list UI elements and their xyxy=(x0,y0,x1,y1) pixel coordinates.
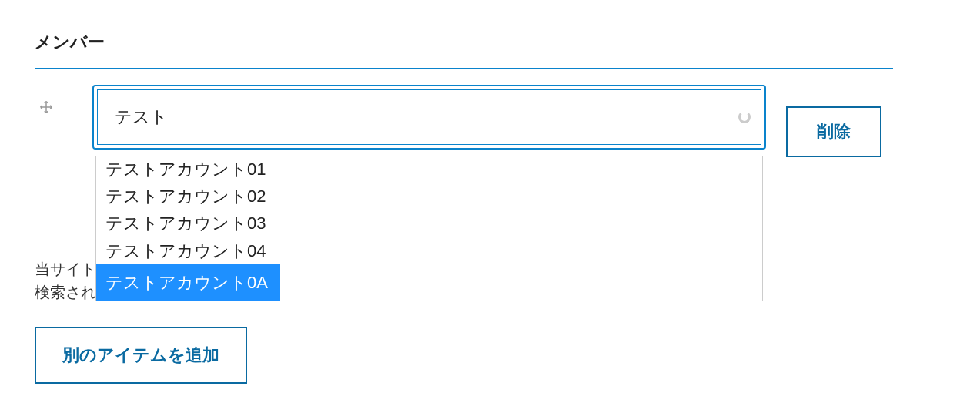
help-line-1: 当サイト xyxy=(35,260,96,277)
help-line-2: 検索され xyxy=(35,284,96,301)
input-focus-ring xyxy=(92,85,766,150)
member-row: テストアカウント01 テストアカウント02 テストアカウント03 テストアカウン… xyxy=(35,85,980,157)
member-search-input[interactable] xyxy=(97,89,761,145)
section-underline xyxy=(35,68,893,69)
delete-button[interactable]: 削除 xyxy=(786,106,881,157)
dropdown-item[interactable]: テストアカウント04 xyxy=(96,237,275,265)
member-input-container: テストアカウント01 テストアカウント02 テストアカウント03 テストアカウン… xyxy=(92,85,766,150)
section-title: メンバー xyxy=(35,31,980,54)
dropdown-item[interactable]: テストアカウント03 xyxy=(96,209,275,237)
dropdown-item[interactable]: テストアカウント01 xyxy=(96,155,275,183)
dropdown-item[interactable]: テストアカウント02 xyxy=(96,182,275,210)
drag-handle-icon[interactable] xyxy=(35,85,58,114)
dropdown-item-highlighted[interactable]: テストアカウント0A xyxy=(96,264,280,301)
autocomplete-dropdown: テストアカウント01 テストアカウント02 テストアカウント03 テストアカウン… xyxy=(95,156,763,301)
loading-spinner-icon xyxy=(738,111,751,123)
add-item-button[interactable]: 別のアイテムを追加 xyxy=(35,327,247,384)
